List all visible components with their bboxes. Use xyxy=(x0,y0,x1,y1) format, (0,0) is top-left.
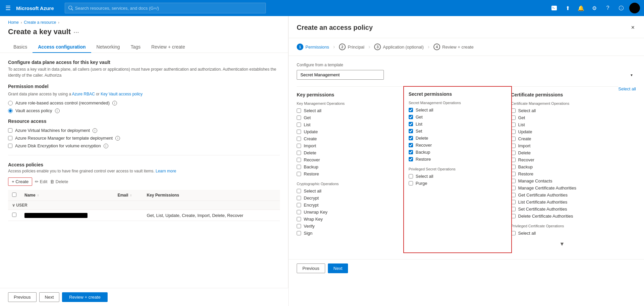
crypto-select-all-checkbox[interactable] xyxy=(297,189,301,193)
secret-delete-checkbox[interactable] xyxy=(409,136,413,140)
secret-set-checkbox[interactable] xyxy=(409,129,413,133)
cert-recover[interactable]: Recover xyxy=(511,157,613,162)
cert-list[interactable]: List xyxy=(511,122,613,127)
step-review-create[interactable]: 4 Review + create xyxy=(433,44,474,50)
checkbox-disk-input[interactable] xyxy=(8,144,12,148)
disk-info-icon[interactable]: i xyxy=(104,144,108,148)
checkbox-arm-input[interactable] xyxy=(8,136,12,140)
group-chevron[interactable]: ∨ xyxy=(12,203,15,208)
key-backup-checkbox[interactable] xyxy=(297,165,301,169)
crypto-unwrap-checkbox[interactable] xyxy=(297,210,301,214)
cert-manage-contacts[interactable]: Manage Contacts xyxy=(511,178,613,183)
more-options-icon[interactable]: ··· xyxy=(73,28,79,36)
key-update-checkbox[interactable] xyxy=(297,130,301,134)
help-icon[interactable]: ? xyxy=(602,3,613,13)
cert-delete[interactable]: Delete xyxy=(511,150,613,155)
tab-basics[interactable]: Basics xyxy=(8,42,33,53)
delete-policy-button[interactable]: 🗑 Delete xyxy=(50,179,68,184)
azure-rbac-link[interactable]: Azure RBAC xyxy=(72,92,95,96)
key-create-checkbox[interactable] xyxy=(297,137,301,141)
cert-set-ca[interactable]: Set Certificate Authorities xyxy=(511,207,613,212)
secret-list-checkbox[interactable] xyxy=(409,122,413,126)
create-policy-button[interactable]: + Create xyxy=(8,177,32,186)
key-get-checkbox[interactable] xyxy=(297,116,301,120)
panel-previous-button[interactable]: Previous xyxy=(297,263,325,273)
crypto-wrap[interactable]: Wrap Key xyxy=(297,217,399,222)
cert-priv-select-all[interactable]: Select all xyxy=(511,231,613,236)
crypto-decrypt[interactable]: Decrypt xyxy=(297,196,399,201)
vm-info-icon[interactable]: i xyxy=(93,128,97,133)
radio-vault[interactable]: Vault access policy i xyxy=(8,108,280,113)
arm-info-icon[interactable]: i xyxy=(115,136,120,141)
panel-close-button[interactable]: × xyxy=(630,23,636,32)
table-header-name[interactable]: Name ↑ xyxy=(20,190,114,201)
checkbox-vm-input[interactable] xyxy=(8,128,12,133)
crypto-verify[interactable]: Verify xyxy=(297,224,399,229)
secret-priv-select-all-checkbox[interactable] xyxy=(409,174,413,178)
table-select-all-checkbox[interactable] xyxy=(12,193,16,197)
key-create[interactable]: Create xyxy=(297,136,399,141)
feedback-icon[interactable] xyxy=(616,3,627,13)
crypto-encrypt-checkbox[interactable] xyxy=(297,203,301,207)
cert-list-ca[interactable]: List Certificate Authorities xyxy=(511,200,613,205)
breadcrumb-create-resource[interactable]: Create a resource xyxy=(24,20,56,25)
radio-rbac-input[interactable] xyxy=(8,101,13,105)
secret-get[interactable]: Get xyxy=(409,114,507,120)
key-import-checkbox[interactable] xyxy=(297,144,301,148)
upload-icon[interactable]: ⬆ xyxy=(562,3,573,13)
checkbox-arm[interactable]: Azure Resource Manager for template depl… xyxy=(8,136,280,141)
cert-select-all[interactable]: Select all xyxy=(511,108,613,113)
secret-purge-checkbox[interactable] xyxy=(409,181,413,185)
secret-backup[interactable]: Backup xyxy=(409,150,507,155)
tab-tags[interactable]: Tags xyxy=(125,42,146,53)
key-delete-checkbox[interactable] xyxy=(297,151,301,155)
secret-purge[interactable]: Purge xyxy=(409,181,507,186)
key-select-all[interactable]: Select all xyxy=(297,108,399,113)
key-list[interactable]: List xyxy=(297,122,399,127)
secret-restore-checkbox[interactable] xyxy=(409,157,413,161)
radio-vault-input[interactable] xyxy=(8,108,13,113)
key-import[interactable]: Import xyxy=(297,143,399,148)
secret-select-all-checkbox[interactable] xyxy=(409,108,413,112)
step-principal[interactable]: 2 Principal xyxy=(339,44,364,50)
edit-policy-button[interactable]: ✏ Edit xyxy=(35,179,47,184)
key-restore[interactable]: Restore xyxy=(297,171,399,176)
secret-set[interactable]: Set xyxy=(409,129,507,134)
secret-get-checkbox[interactable] xyxy=(409,115,413,119)
secret-list[interactable]: List xyxy=(409,122,507,127)
key-list-checkbox[interactable] xyxy=(297,123,301,127)
user-avatar[interactable] xyxy=(629,3,640,13)
cert-delete-ca[interactable]: Delete Certificate Authorities xyxy=(511,214,613,219)
cert-manage-ca[interactable]: Manage Certificate Authorities xyxy=(511,185,613,190)
previous-button[interactable]: Previous xyxy=(8,292,37,302)
tab-review-create[interactable]: Review + create xyxy=(146,42,190,53)
radio-rbac[interactable]: Azure role-based access control (recomme… xyxy=(8,100,280,105)
secret-priv-select-all[interactable]: Select all xyxy=(409,174,507,179)
key-restore-checkbox[interactable] xyxy=(297,172,301,176)
next-button[interactable]: Next xyxy=(39,292,60,302)
tab-access-configuration[interactable]: Access configuration xyxy=(33,42,91,53)
hamburger-menu[interactable]: ☰ xyxy=(4,3,12,13)
step-permissions[interactable]: 1 Permissions xyxy=(297,44,329,50)
table-row-checkbox[interactable] xyxy=(12,213,16,217)
vault-info-icon[interactable]: i xyxy=(55,108,60,113)
crypto-sign-checkbox[interactable] xyxy=(297,231,301,235)
cert-import[interactable]: Import xyxy=(511,143,613,148)
cert-create[interactable]: Create xyxy=(511,136,613,141)
key-delete[interactable]: Delete xyxy=(297,150,399,155)
rbac-info-icon[interactable]: i xyxy=(112,101,117,105)
crypto-sign[interactable]: Sign xyxy=(297,231,399,236)
notifications-icon[interactable]: 🔔 xyxy=(576,3,586,13)
crypto-encrypt[interactable]: Encrypt xyxy=(297,203,399,208)
table-header-email[interactable]: Email ↑ xyxy=(114,190,143,201)
search-input[interactable] xyxy=(75,6,262,11)
key-get[interactable]: Get xyxy=(297,115,399,120)
secret-recover-checkbox[interactable] xyxy=(409,143,413,147)
search-bar[interactable] xyxy=(65,3,266,13)
secret-select-all[interactable]: Select all xyxy=(409,107,507,112)
template-select-input[interactable]: Secret ManagementKey ManagementCertifica… xyxy=(297,70,384,80)
tab-networking[interactable]: Networking xyxy=(91,42,125,53)
select-all-link[interactable]: Select all xyxy=(618,86,636,91)
review-create-button[interactable]: Review + create xyxy=(62,292,108,302)
cloud-shell-icon[interactable] xyxy=(549,3,560,13)
